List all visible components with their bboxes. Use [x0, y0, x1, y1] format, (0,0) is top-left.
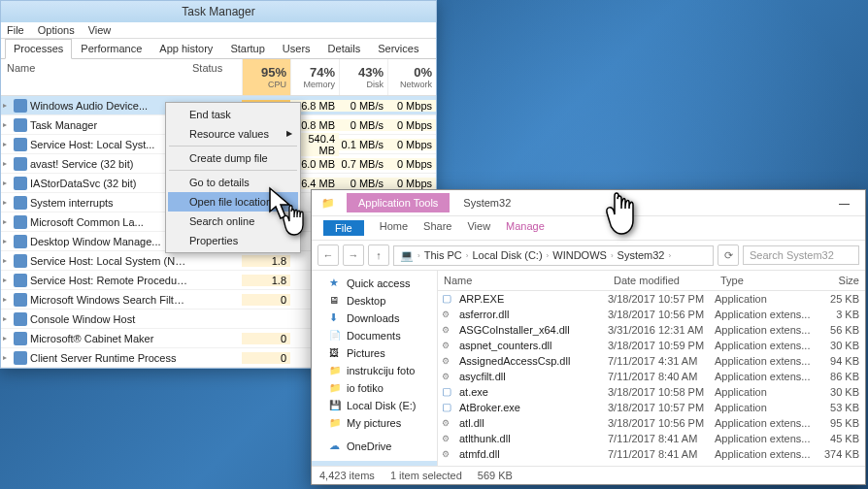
process-icon	[14, 235, 27, 248]
file-row[interactable]: asycfilt.dll 7/11/2017 8:40 AM Applicati…	[438, 369, 865, 384]
breadcrumb-segment[interactable]: System32	[618, 249, 665, 261]
nav-instrukciju-foto[interactable]: instrukciju foto	[312, 362, 437, 379]
dl-icon	[329, 311, 343, 325]
ribbon-manage[interactable]: Manage	[506, 220, 545, 236]
file-type: Application extens...	[715, 309, 812, 320]
tab-processes[interactable]: Processes	[5, 39, 72, 59]
nav-io-fotiko[interactable]: io fotiko	[312, 379, 437, 397]
process-name: Client Server Runtime Process	[30, 352, 188, 364]
ribbon-share[interactable]: Share	[423, 220, 451, 236]
tab-services[interactable]: Services	[369, 39, 427, 58]
process-icon	[14, 293, 27, 307]
dll-icon	[442, 432, 455, 445]
file-row[interactable]: at.exe 3/18/2017 10:58 PM Application 30…	[438, 384, 865, 400]
col-disk[interactable]: 43%Disk	[339, 59, 387, 95]
nav-desktop[interactable]: Desktop	[312, 292, 437, 310]
nav-pictures[interactable]: Pictures	[312, 344, 437, 362]
desk-icon	[329, 294, 343, 308]
col-file-size[interactable]: Size	[812, 271, 865, 290]
breadcrumb-segment[interactable]: This PC	[424, 249, 462, 261]
file-type: Application extens...	[715, 340, 812, 351]
col-memory[interactable]: 74%Memory	[290, 59, 339, 95]
file-row[interactable]: atlthunk.dll 7/11/2017 8:41 AM Applicati…	[438, 431, 865, 446]
nav-my-pictures[interactable]: My pictures	[312, 414, 437, 432]
ctx-end-task[interactable]: End task	[168, 105, 298, 124]
pc-icon: 💻	[400, 249, 414, 262]
disk-value: 0.7 MB/s	[339, 158, 387, 170]
ribbon-context-tab[interactable]: Application Tools	[347, 193, 450, 212]
nav-forward-button[interactable]: →	[343, 244, 364, 266]
tab-performance[interactable]: Performance	[72, 39, 150, 58]
process-icon	[14, 274, 27, 287]
menu-file[interactable]: File	[7, 24, 24, 36]
file-row[interactable]: asferror.dll 3/18/2017 10:56 PM Applicat…	[438, 307, 865, 322]
col-cpu[interactable]: 95%CPU	[242, 59, 290, 95]
breadcrumb-segment[interactable]: WINDOWS	[552, 249, 607, 261]
fld-icon	[329, 381, 343, 395]
nav-downloads[interactable]: Downloads	[312, 310, 437, 327]
tab-app-history[interactable]: App history	[150, 39, 221, 58]
ctx-create-dump-file[interactable]: Create dump file	[168, 148, 298, 168]
col-file-name[interactable]: Name	[438, 271, 608, 290]
file-date: 7/11/2017 8:41 AM	[608, 433, 715, 444]
search-input[interactable]: Search System32	[743, 245, 859, 265]
nav-local-disk-e-[interactable]: Local Disk (E:)	[312, 397, 437, 414]
nav-quick-access[interactable]: Quick access	[312, 275, 437, 292]
ribbon-view[interactable]: View	[467, 220, 490, 236]
file-name: aspnet_counters.dll	[459, 340, 608, 351]
ctx-open-file-location[interactable]: Open file location	[168, 192, 298, 212]
ctx-resource-values[interactable]: Resource values▶	[168, 124, 298, 144]
nav-label: Local Disk (E:)	[347, 400, 417, 411]
file-type: Application	[715, 386, 812, 398]
ctx-go-to-details[interactable]: Go to details	[168, 173, 298, 192]
tab-users[interactable]: Users	[274, 39, 319, 58]
tm-tabs: ProcessesPerformanceApp historyStartupUs…	[1, 39, 436, 59]
process-name: Console Window Host	[30, 313, 188, 325]
file-size: 374 KB	[812, 448, 865, 460]
file-date: 3/18/2017 10:57 PM	[608, 293, 715, 305]
file-row[interactable]: atmfd.dll 7/11/2017 8:41 AM Application …	[438, 446, 865, 462]
file-row[interactable]: AssignedAccessCsp.dll 7/11/2017 4:31 AM …	[438, 353, 865, 369]
ctx-search-online[interactable]: Search online	[168, 212, 298, 231]
nav-documents[interactable]: Documents	[312, 327, 437, 344]
tm-title: Task Manager	[1, 1, 436, 22]
tab-details[interactable]: Details	[319, 39, 370, 58]
tab-startup[interactable]: Startup	[221, 39, 273, 58]
refresh-button[interactable]: ⟳	[718, 244, 739, 266]
file-row[interactable]: AtBroker.exe 3/18/2017 10:57 PM Applicat…	[438, 400, 865, 415]
ctx-properties[interactable]: Properties	[168, 231, 298, 250]
address-bar-row: ← → ↑ 💻 › This PC›Local Disk (C:)›WINDOW…	[312, 241, 865, 271]
status-selected: 1 item selected	[390, 470, 462, 481]
process-icon	[14, 177, 27, 190]
col-file-type[interactable]: Type	[715, 271, 812, 290]
menu-options[interactable]: Options	[38, 24, 75, 36]
breadcrumb[interactable]: 💻 › This PC›Local Disk (C:)›WINDOWS›Syst…	[393, 245, 714, 266]
breadcrumb-segment[interactable]: Local Disk (C:)	[472, 249, 542, 261]
col-file-date[interactable]: Date modified	[608, 271, 715, 290]
file-row[interactable]: ARP.EXE 3/18/2017 10:57 PM Application 2…	[438, 291, 865, 307]
menu-view[interactable]: View	[88, 24, 112, 36]
process-name: Microsoft Windows Search Filte...	[30, 294, 188, 306]
dll-icon	[442, 447, 455, 461]
file-row[interactable]: aspnet_counters.dll 3/18/2017 10:59 PM A…	[438, 338, 865, 353]
nav-label: OneDrive	[347, 440, 391, 452]
nav-label: Downloads	[347, 312, 399, 324]
file-type: Application extens...	[715, 355, 812, 367]
file-type: Application extens...	[715, 324, 812, 336]
ribbon-tabs: File Home Share View Manage	[312, 216, 865, 241]
process-name: Microsoft® Cabinet Maker	[30, 333, 188, 344]
minimize-button[interactable]: —	[829, 197, 859, 209]
file-row[interactable]: ASGCoInstaller_x64.dll 3/31/2016 12:31 A…	[438, 322, 865, 338]
nav-up-button[interactable]: ↑	[368, 244, 389, 266]
nav-label: Quick access	[347, 277, 410, 289]
nav-back-button[interactable]: ←	[317, 244, 339, 266]
col-name[interactable]: Name	[1, 59, 188, 95]
nav-onedrive[interactable]: OneDrive	[312, 438, 437, 455]
ribbon-file[interactable]: File	[323, 220, 364, 236]
col-status[interactable]: Status	[188, 59, 242, 95]
col-network[interactable]: 0%Network	[387, 59, 436, 95]
process-name: Service Host: Remote Procedure...	[30, 275, 188, 286]
file-row[interactable]: atl.dll 3/18/2017 10:56 PM Application e…	[438, 415, 865, 431]
ribbon-home[interactable]: Home	[380, 220, 408, 236]
fld-icon	[329, 364, 343, 377]
